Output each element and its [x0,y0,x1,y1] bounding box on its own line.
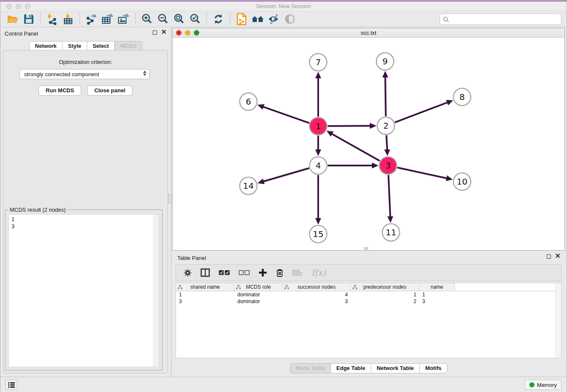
open-session-icon[interactable] [6,13,19,25]
control-panel-close-icon[interactable]: ✕ [161,29,167,36]
graph-node-1[interactable]: 1 [310,118,327,135]
cell-successor_nodes[interactable]: 3 [283,298,351,305]
graph-node-2[interactable]: 2 [377,117,395,135]
delete-table-icon [292,269,303,276]
unselect-all-icon[interactable] [239,270,250,276]
mcds-result-area[interactable]: 1 3 [8,214,159,367]
network-window-title: scc.txt [173,30,564,36]
window-titlebar: Session: New Session [0,2,567,11]
column-header-name[interactable]: name [419,283,455,291]
apply-layout-icon[interactable] [212,13,225,25]
panel-list-button[interactable] [6,380,17,390]
column-header-MCDS-role[interactable]: MCDS role [234,283,283,291]
search-box[interactable] [440,14,561,25]
cell-predecessor_nodes[interactable]: 2 [351,298,419,305]
column-header-label: predecessor nodes [363,284,406,290]
delete-column-icon[interactable] [276,268,284,277]
graph-node-label: 8 [460,92,465,102]
zoom-selected-icon[interactable] [188,13,202,25]
search-icon [443,17,449,22]
duplicate-network-icon[interactable] [235,13,248,25]
export-network-icon[interactable] [85,13,98,25]
graph-edge-3-1[interactable] [332,134,380,161]
memory-button[interactable]: Memory [525,380,561,390]
graph-node-label: 2 [383,121,389,131]
add-column-icon[interactable] [259,268,267,277]
graph-node-7[interactable]: 7 [310,54,327,71]
tab-edge-table[interactable]: Edge Table [331,363,371,373]
export-table-icon[interactable] [101,13,114,25]
graph-edge-2-9[interactable] [385,77,385,116]
graph-node-label: 15 [313,229,323,239]
table-scrollbar[interactable] [556,283,561,358]
control-panel-float-icon[interactable] [153,30,157,36]
optimization-criterion-select[interactable]: strongly connected component [19,69,150,79]
column-header-shared-name[interactable]: shared name [176,283,234,291]
cell-predecessor_nodes[interactable]: 1 [351,291,419,298]
run-mcds-button[interactable]: Run MCDS [39,86,81,96]
graph-node-3[interactable]: 3 [380,157,397,174]
cell-shared_name[interactable]: 3 [176,298,234,305]
mcds-result-scrollbar[interactable] [153,215,159,367]
table-header-row: shared nameMCDS rolesuccessor nodesprede… [176,283,561,291]
graph-node-14[interactable]: 14 [240,177,257,195]
node-table: shared nameMCDS rolesuccessor nodesprede… [176,283,561,358]
split-view-icon[interactable] [201,268,210,277]
network-canvas[interactable]: 7968124314101511 [173,38,564,250]
graph-edge-4-14[interactable] [264,168,309,181]
zoom-out-icon[interactable] [156,13,170,25]
tab-motifs[interactable]: Motifs [420,363,447,373]
memory-status-icon [529,382,534,387]
panel-divider-grip[interactable] [168,194,172,203]
save-session-icon[interactable] [22,13,36,25]
list-icon [8,382,15,388]
graph-node-15[interactable]: 15 [310,226,327,243]
show-panels-icon[interactable] [283,13,297,25]
graph-node-4[interactable]: 4 [310,157,327,174]
column-header-label: successor nodes [297,284,336,290]
graph-edge-3-11[interactable] [388,175,390,216]
import-network-icon[interactable] [45,13,59,25]
column-header-label: name [430,284,443,290]
tab-network-table[interactable]: Network Table [371,363,420,373]
graph-edge-1-6[interactable] [263,107,309,123]
graph-node-9[interactable]: 9 [377,53,394,70]
search-input[interactable] [451,16,561,22]
canvas-scroll-thumb[interactable] [364,247,368,250]
select-all-icon[interactable] [219,270,230,276]
zoom-fit-icon[interactable] [172,13,186,25]
graph-node-label: 1 [316,121,321,131]
cell-shared_name[interactable]: 1 [176,291,234,298]
hide-panels-icon[interactable] [267,13,281,25]
toolbar-separator [80,13,80,25]
table-row[interactable]: 3dominator323 [176,298,561,305]
graph-edge-1-2[interactable] [328,126,370,126]
cell-successor_nodes[interactable]: 4 [283,291,351,298]
close-panel-button[interactable]: Close panel [87,86,132,96]
tab-node-table[interactable]: Node Table [290,363,331,373]
home-view-icon[interactable] [251,13,264,25]
graph-edge-3-10[interactable] [397,168,446,178]
memory-label: Memory [537,382,557,388]
cell-name[interactable]: 1 [419,291,455,298]
cell-mcds_role[interactable]: dominator [234,298,283,305]
graph-node-11[interactable]: 11 [383,224,400,241]
cell-name[interactable]: 3 [419,298,455,305]
graph-node-10[interactable]: 10 [454,173,471,190]
column-header-successor-nodes[interactable]: successor nodes [283,283,351,291]
graph-node-8[interactable]: 8 [454,88,471,106]
table-settings-icon[interactable] [184,269,192,277]
import-table-icon[interactable] [61,13,75,25]
table-row[interactable]: 1dominator411 [176,291,561,298]
graph-edge-2-3[interactable] [386,135,387,149]
graph-edge-2-8[interactable] [395,102,447,122]
table-panel-close-icon[interactable]: ✕ [555,253,561,260]
cell-mcds_role[interactable]: dominator [234,291,283,298]
column-header-predecessor-nodes[interactable]: predecessor nodes [351,283,419,291]
export-image-icon[interactable] [117,13,130,25]
graph-node-6[interactable]: 6 [240,93,257,110]
function-builder-icon: f(x) [311,268,326,278]
table-panel-float-icon[interactable] [547,254,551,260]
zoom-in-icon[interactable] [140,13,154,25]
toolbar-separator [230,13,230,25]
